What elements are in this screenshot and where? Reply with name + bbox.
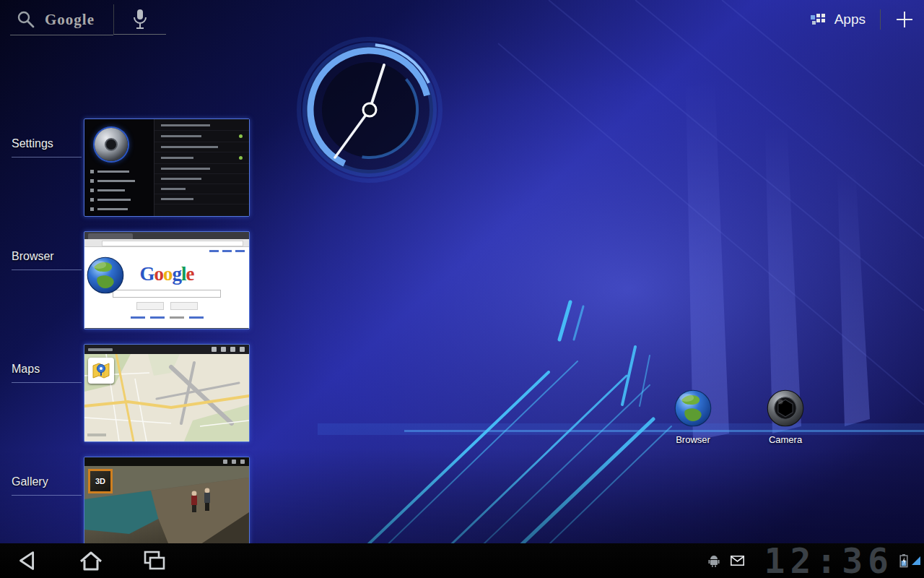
recent-label-gallery: Gallery <box>12 475 82 496</box>
home-screen: Google Apps <box>0 0 924 578</box>
recent-item-settings: Settings <box>12 118 257 220</box>
add-widget-plus-icon[interactable] <box>895 10 914 29</box>
recent-label-browser: Browser <box>12 250 82 270</box>
browser-thumb-navlinks <box>209 250 245 252</box>
camera-shortcut-icon <box>766 389 805 428</box>
browser-thumb-footer-links <box>84 316 249 319</box>
volume-knob-graphic <box>95 128 128 161</box>
usb-debugging-icon <box>707 554 720 567</box>
recent-thumbnail-gallery[interactable]: 3D <box>84 457 250 555</box>
analog-clock-widget[interactable] <box>295 35 445 185</box>
email-notification-icon <box>731 556 744 566</box>
corner-divider <box>880 9 881 30</box>
gallery-icon-label: 3D <box>95 477 105 486</box>
google-logo: Google <box>45 11 95 29</box>
browser-globe-icon <box>86 256 125 295</box>
gallery-app-icon: 3D <box>88 469 113 493</box>
google-search-box[interactable]: Google <box>10 4 113 35</box>
gallery-thumb-actionbar <box>84 457 249 466</box>
browser-thumb-buttons <box>84 302 249 310</box>
recent-thumbnail-maps[interactable] <box>84 344 250 442</box>
recent-label-settings: Settings <box>12 137 82 158</box>
battery-charging-icon <box>899 553 908 568</box>
browser-thumb-tabbar <box>84 232 249 239</box>
browser-thumb-searchbox <box>113 290 221 298</box>
shortcut-camera[interactable]: Camera <box>751 389 820 445</box>
shortcut-label-browser: Browser <box>658 434 728 445</box>
recent-label-maps: Maps <box>12 363 82 383</box>
recent-item-maps: Maps <box>12 344 257 445</box>
recents-button[interactable] <box>137 546 172 575</box>
apps-grid-icon <box>809 12 827 27</box>
browser-shortcut-icon <box>674 389 712 428</box>
shortcut-label-camera: Camera <box>751 434 820 445</box>
recent-thumbnail-browser[interactable]: Google <box>84 231 250 329</box>
status-clock: 12:36 <box>764 543 894 578</box>
voice-search-button[interactable] <box>113 4 166 35</box>
analog-clock-face <box>295 35 445 185</box>
navigation-buttons <box>10 543 172 578</box>
home-icon <box>77 548 105 573</box>
search-icon[interactable] <box>16 9 36 30</box>
back-icon <box>14 548 41 573</box>
recent-thumbnail-settings[interactable] <box>84 118 250 217</box>
recent-item-gallery: Gallery <box>12 457 257 558</box>
browser-thumb-addressbar <box>84 239 249 247</box>
maps-thumb-actionbar <box>84 345 249 354</box>
settings-thumb-left-pane <box>84 119 154 216</box>
apps-button[interactable]: Apps <box>809 12 866 27</box>
browser-thumb-page: Google <box>84 247 249 328</box>
maps-app-icon <box>88 358 114 384</box>
signal-strength-icon <box>911 555 921 566</box>
recents-icon <box>140 548 169 573</box>
system-bar: 12:36 <box>0 543 924 578</box>
back-button[interactable] <box>10 546 45 575</box>
top-right-actions: Apps <box>809 6 914 33</box>
mic-icon <box>133 9 147 30</box>
search-widget[interactable]: Google <box>10 4 166 35</box>
apps-button-label: Apps <box>834 12 866 27</box>
settings-thumb-list-pane <box>154 119 249 216</box>
recent-item-browser: Browser <box>12 231 257 332</box>
home-button[interactable] <box>74 546 108 575</box>
shortcut-browser[interactable]: Browser <box>658 389 728 445</box>
status-area[interactable]: 12:36 <box>707 543 922 578</box>
